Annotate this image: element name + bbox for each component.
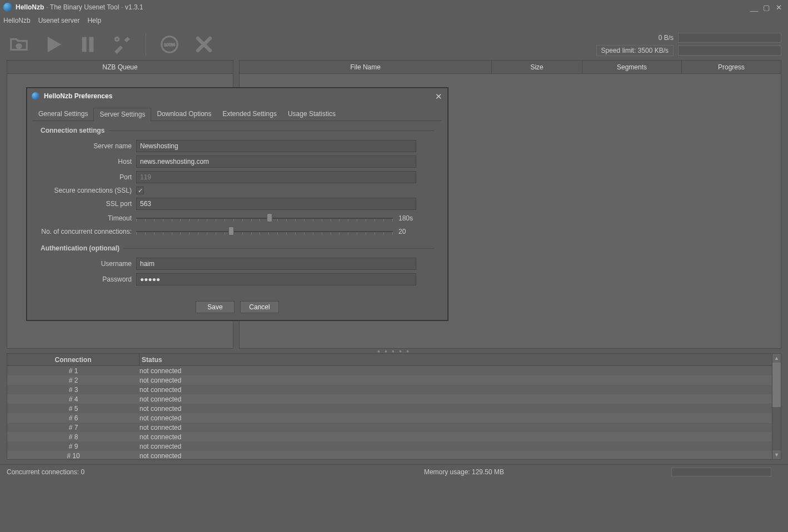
nzb-queue-header[interactable]: NZB Queue xyxy=(7,61,233,73)
connection-row[interactable]: # 5not connected xyxy=(7,404,772,413)
connections-slider[interactable] xyxy=(136,227,393,237)
connection-row[interactable]: # 3not connected xyxy=(7,385,772,394)
open-folder-button[interactable] xyxy=(7,32,31,57)
connection-id: # 10 xyxy=(7,452,139,460)
server-name-input[interactable] xyxy=(136,140,416,152)
speed-value: 0 B/s xyxy=(659,34,674,42)
connection-status: not connected xyxy=(139,386,251,394)
connection-id: # 5 xyxy=(7,405,139,413)
cancel-button[interactable]: Cancel xyxy=(240,301,279,313)
minimize-button[interactable]: __ xyxy=(748,2,760,12)
connections-value: 20 xyxy=(398,228,416,235)
svg-point-0 xyxy=(16,43,22,49)
statusbar: Concurrent connections: 0 Memory usage: … xyxy=(0,464,788,479)
connection-id: # 9 xyxy=(7,443,139,450)
username-label: Username xyxy=(41,260,132,268)
connection-status: not connected xyxy=(139,433,251,441)
menu-help[interactable]: Help xyxy=(87,17,101,24)
tab-server-settings[interactable]: Server Settings xyxy=(93,108,151,121)
scroll-up-icon[interactable]: ▲ xyxy=(772,354,781,363)
svg-point-3 xyxy=(115,37,118,41)
speed-limit-button[interactable]: Speed limit: 3500 KB/s xyxy=(596,45,674,56)
dialog-close-button[interactable]: ✕ xyxy=(434,92,443,101)
connection-id: # 4 xyxy=(7,395,139,403)
password-input[interactable] xyxy=(136,273,416,285)
app-icon xyxy=(3,3,12,12)
connection-settings-title: Connection settings xyxy=(41,127,104,134)
col-progress[interactable]: Progress xyxy=(682,61,781,73)
connection-row[interactable]: # 7not connected xyxy=(7,423,772,432)
connection-id: # 1 xyxy=(7,367,139,375)
host-input[interactable] xyxy=(136,155,416,168)
authentication-title: Authentication (optional) xyxy=(41,244,119,252)
connection-status: not connected xyxy=(139,414,251,422)
split-grip[interactable]: ● ● ● ● ● xyxy=(0,349,788,353)
connection-status: not connected xyxy=(139,405,251,413)
col-file-name[interactable]: File Name xyxy=(240,61,492,73)
server-name-label: Server name xyxy=(41,142,132,150)
timeout-label: Timeout xyxy=(41,214,132,222)
ssl-port-label: SSL port xyxy=(41,200,132,208)
status-connections: Concurrent connections: 0 xyxy=(7,468,257,476)
connection-row[interactable]: # 4not connected xyxy=(7,394,772,404)
connections-scrollbar[interactable]: ▲ ▼ xyxy=(772,354,781,459)
scroll-thumb[interactable] xyxy=(772,363,781,407)
svg-rect-2 xyxy=(89,37,93,51)
speed-limit-bar xyxy=(678,46,781,56)
tab-general-settings[interactable]: General Settings xyxy=(33,108,93,121)
connection-row[interactable]: # 2not connected xyxy=(7,375,772,385)
status-memory: Memory usage: 129.50 MB xyxy=(257,468,671,476)
connection-status: not connected xyxy=(139,395,251,403)
connection-row[interactable]: # 10not connected xyxy=(7,451,772,459)
scroll-down-icon[interactable]: ▼ xyxy=(772,450,781,459)
pause-button[interactable] xyxy=(76,32,100,57)
dialog-icon xyxy=(32,92,39,100)
speed-gauge-button[interactable]: 100% xyxy=(157,32,182,57)
delete-button[interactable] xyxy=(192,32,216,57)
ssl-checkbox[interactable]: ✓ xyxy=(136,187,144,194)
connection-status: not connected xyxy=(139,443,251,450)
connection-id: # 6 xyxy=(7,414,139,422)
speed-indicator: 0 B/s Speed limit: 3500 KB/s xyxy=(596,33,781,56)
preferences-dialog: HelloNzb Preferences ✕ General Settings … xyxy=(27,88,448,320)
connection-id: # 8 xyxy=(7,433,139,441)
connection-status: not connected xyxy=(139,377,251,384)
play-button[interactable] xyxy=(41,32,66,57)
resize-grip-icon[interactable] xyxy=(775,469,781,475)
connection-row[interactable]: # 9not connected xyxy=(7,441,772,451)
password-label: Password xyxy=(41,275,132,283)
username-input[interactable] xyxy=(136,258,416,270)
port-input[interactable] xyxy=(136,171,416,183)
connection-status: not connected xyxy=(139,452,251,460)
menu-hellonzb[interactable]: HelloNzb xyxy=(3,17,31,24)
col-segments[interactable]: Segments xyxy=(582,61,682,73)
window-title: HelloNzb - The Binary Usenet Tool - v1.3… xyxy=(16,3,748,11)
connection-row[interactable]: # 1not connected xyxy=(7,366,772,375)
dialog-title: HelloNzb Preferences xyxy=(44,92,434,100)
connection-status: not connected xyxy=(139,424,251,431)
connection-row[interactable]: # 8not connected xyxy=(7,432,772,441)
connection-id: # 2 xyxy=(7,377,139,384)
col-size[interactable]: Size xyxy=(492,61,582,73)
connection-status: not connected xyxy=(139,367,251,375)
timeout-slider-thumb[interactable] xyxy=(267,213,272,222)
connections-slider-thumb[interactable] xyxy=(228,227,234,235)
tab-download-options[interactable]: Download Options xyxy=(151,108,217,121)
menu-usenet-server[interactable]: Usenet server xyxy=(38,17,80,24)
port-label: Port xyxy=(41,173,132,181)
tab-usage-statistics[interactable]: Usage Statistics xyxy=(282,108,341,121)
connection-row[interactable]: # 6not connected xyxy=(7,413,772,423)
col-status[interactable]: Status xyxy=(139,354,772,365)
settings-button[interactable] xyxy=(110,32,134,57)
tab-extended-settings[interactable]: Extended Settings xyxy=(217,108,282,121)
dialog-tabs: General Settings Server Settings Downloa… xyxy=(33,107,442,121)
toolbar-divider xyxy=(146,33,146,56)
menubar: HelloNzb Usenet server Help xyxy=(0,14,788,27)
status-progress-box xyxy=(671,468,771,476)
close-button[interactable]: ✕ xyxy=(772,2,785,12)
col-connection[interactable]: Connection xyxy=(7,354,139,365)
save-button[interactable]: Save xyxy=(196,301,235,313)
maximize-button[interactable]: ▢ xyxy=(760,2,772,12)
ssl-port-input[interactable] xyxy=(136,198,416,210)
timeout-slider[interactable] xyxy=(136,213,393,223)
